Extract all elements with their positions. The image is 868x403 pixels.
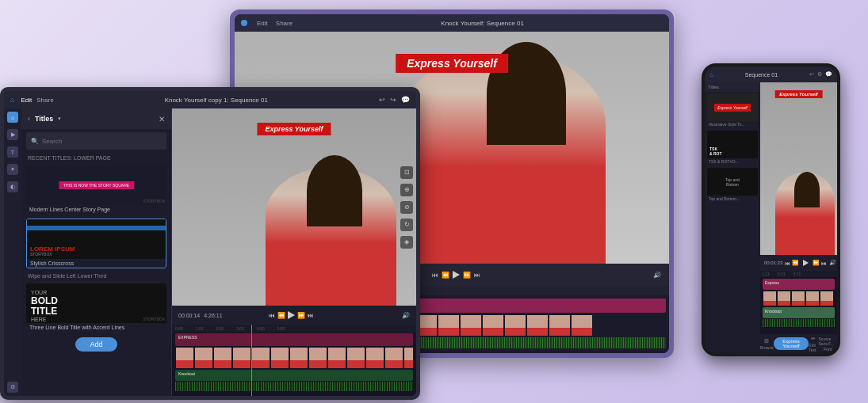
lp-next-icon[interactable]: ⏩ xyxy=(297,312,305,319)
phone-audio-wave xyxy=(763,319,835,327)
card1-text: THIS IS NOW THE STORY SQUARE xyxy=(59,181,134,189)
text-icon-btn[interactable]: T xyxy=(7,146,18,158)
ph-volume-icon[interactable]: 🔊 xyxy=(829,260,836,266)
volume-icon[interactable]: 🔊 xyxy=(402,312,410,319)
search-input[interactable] xyxy=(42,138,162,145)
titles-back-arrow[interactable]: ‹ xyxy=(28,115,30,123)
lp-skip-back-icon[interactable]: ⏮ xyxy=(269,312,275,319)
phone-title-item-3[interactable]: Top andBottom Top and Bottom... xyxy=(707,168,758,202)
laptop-tabs: Edit Share xyxy=(21,97,53,104)
phone-ruler: 1:11 3:11 5:11 xyxy=(760,271,837,277)
ph-skip-fwd-icon[interactable]: ⏭ xyxy=(821,260,827,266)
adjust-icon[interactable]: ⊘ xyxy=(400,201,413,214)
phone-header: ⌂ Sequence 01 ↩ ⚙ 💬 xyxy=(705,67,837,82)
prev-frame-icon[interactable]: ⏪ xyxy=(442,272,449,279)
search-icon: 🔍 xyxy=(31,138,39,145)
skip-forward-icon[interactable]: ⏭ xyxy=(474,272,480,279)
film-cell xyxy=(482,314,504,336)
film-cell xyxy=(460,314,482,336)
title-card-story-square[interactable]: THIS IS NOW THE STORY SQUARE STORYBOX Mo… xyxy=(26,165,166,214)
ph-prev-icon[interactable]: ⏪ xyxy=(792,260,799,266)
tablet-header: Edit Share Knock Yourself: Sequence 01 xyxy=(235,14,669,32)
lp-prev-icon[interactable]: ⏪ xyxy=(277,312,285,319)
phone-knockout-track[interactable]: Knockout xyxy=(763,307,835,318)
phone-title-overlay: Express Yourself xyxy=(774,90,823,98)
home-icon-btn[interactable]: ⌂ xyxy=(7,112,18,123)
lp-film-cell xyxy=(213,347,232,369)
home-dot[interactable] xyxy=(241,20,247,26)
titles-close-btn[interactable]: ✕ xyxy=(159,115,165,124)
phone-settings-icon[interactable]: ⚙ xyxy=(817,71,822,78)
laptop-edit-tab[interactable]: Edit xyxy=(21,97,32,104)
titles-search-bar[interactable]: 🔍 xyxy=(26,132,166,150)
color-icon-btn[interactable]: ◐ xyxy=(7,181,18,192)
next-frame-icon[interactable]: ⏩ xyxy=(463,272,471,279)
titles-chevron-icon: ▾ xyxy=(58,116,61,122)
lp-film-cell xyxy=(403,347,413,369)
tablet-share-tab[interactable]: Share xyxy=(276,20,293,27)
media-icon-btn[interactable]: ▶ xyxy=(7,129,18,140)
phone-filmstrip xyxy=(763,291,835,306)
lp-film-cell xyxy=(327,347,346,369)
undo-icon[interactable]: ↩ xyxy=(379,96,385,104)
phone-video-bg xyxy=(760,82,837,255)
phone-undo-icon[interactable]: ↩ xyxy=(809,71,814,78)
rotate-icon[interactable]: ↻ xyxy=(400,219,413,231)
ph-play-icon[interactable] xyxy=(803,260,809,266)
phone-titles-label: Titles xyxy=(705,82,760,92)
phone-bottom-bar: ⊞ Browse Express Yourself ✏ Edit Text So… xyxy=(760,334,837,353)
film-cell xyxy=(549,314,571,336)
laptop-express-label: EXPRESS xyxy=(178,335,197,340)
phone-title-preview-3: Top andBottom xyxy=(707,168,758,196)
filter-icon[interactable]: ◈ xyxy=(400,236,413,249)
font-label: Source Sans F... xyxy=(819,336,837,346)
phone-express-track[interactable]: Express xyxy=(763,279,835,290)
effects-icon-btn[interactable]: ✦ xyxy=(7,164,18,175)
ph-skip-back-icon[interactable]: ⏮ xyxy=(785,260,790,266)
laptop-title-track[interactable]: EXPRESS xyxy=(175,333,413,346)
laptop-knockout-label: Knockout xyxy=(178,371,195,376)
laptop: ⌂ Edit Share Knock Yourself copy 1: Sequ… xyxy=(0,87,420,400)
titles-panel-header: ‹ Titles ▾ ✕ xyxy=(21,108,171,129)
phone-title-preview-1: Express Yourself xyxy=(707,93,758,121)
redo-icon[interactable]: ↪ xyxy=(390,96,396,104)
browse-label: Browse xyxy=(760,345,774,350)
ph-next-icon[interactable]: ⏩ xyxy=(813,260,820,266)
phone-browse-item[interactable]: ⊞ Browse xyxy=(760,338,774,350)
settings-icon-btn[interactable]: ⚙ xyxy=(7,382,18,393)
comment-icon[interactable]: 💬 xyxy=(401,96,410,104)
laptop-controls: 00:00:14 4:26:11 ⏮ ⏪ ⏩ ⏭ 🔊 xyxy=(172,306,416,325)
phone-comment-icon[interactable]: 💬 xyxy=(825,71,832,78)
laptop-home-icon[interactable]: ⌂ xyxy=(10,96,14,104)
phone-title-item-2[interactable]: TSK& ROT TSK & ROTVO... xyxy=(707,131,758,165)
laptop-header: ⌂ Edit Share Knock Yourself copy 1: Sequ… xyxy=(4,91,416,108)
crop-icon[interactable]: ⊡ xyxy=(400,166,413,179)
browse-icon: ⊞ xyxy=(764,338,769,344)
lp-film-cell xyxy=(308,347,327,369)
tablet-edit-tab[interactable]: Edit xyxy=(257,20,268,27)
add-title-button[interactable]: Add xyxy=(75,337,117,352)
phone-edit-text-item[interactable]: ✏ Edit Text xyxy=(809,336,818,352)
lp-play-icon[interactable] xyxy=(288,311,295,319)
tablet-volume-icon[interactable]: 🔊 xyxy=(653,272,661,279)
skip-back-icon[interactable]: ⏮ xyxy=(432,272,438,279)
laptop-share-tab[interactable]: Share xyxy=(36,97,53,104)
title-card-preview-2: LOREM IPSUM STORYBOX xyxy=(27,219,166,259)
lp-film-cell xyxy=(194,347,213,369)
phone-font-item[interactable]: Source Sans F... Font xyxy=(819,336,837,352)
zoom-icon[interactable]: ⊕ xyxy=(400,184,413,196)
phone-home-icon[interactable]: ⌂ xyxy=(709,71,713,78)
laptop-video: Express Yourself ⊡ ⊕ ⊘ ↻ ◈ xyxy=(172,108,416,306)
lp-film-cell xyxy=(289,347,308,369)
lp-skip-fwd-icon[interactable]: ⏭ xyxy=(308,312,314,319)
play-icon[interactable] xyxy=(453,271,460,279)
laptop-knockout-track[interactable]: Knockout xyxy=(175,370,413,381)
wipe-slide-label: Wipe and Slide Left Lower Third xyxy=(21,271,171,281)
laptop-header-icons: ↩ ↪ 💬 xyxy=(379,96,410,104)
title-card-bold-title[interactable]: YOUR BOLD TITLE HERE STORYBOX Three Line… xyxy=(26,283,166,332)
layer-button[interactable]: Express Yourself xyxy=(774,337,809,350)
phone-title-item-1[interactable]: Express Yourself Illustrative Style To..… xyxy=(707,93,758,127)
laptop-iconbar: ⌂ ▶ T ✦ ◐ ⚙ xyxy=(4,108,21,396)
title-card-crisscross[interactable]: LOREM IPSUM STORYBOX Stylish Crisscross xyxy=(26,219,166,268)
tablet-title-overlay: Express Yourself xyxy=(396,54,508,73)
